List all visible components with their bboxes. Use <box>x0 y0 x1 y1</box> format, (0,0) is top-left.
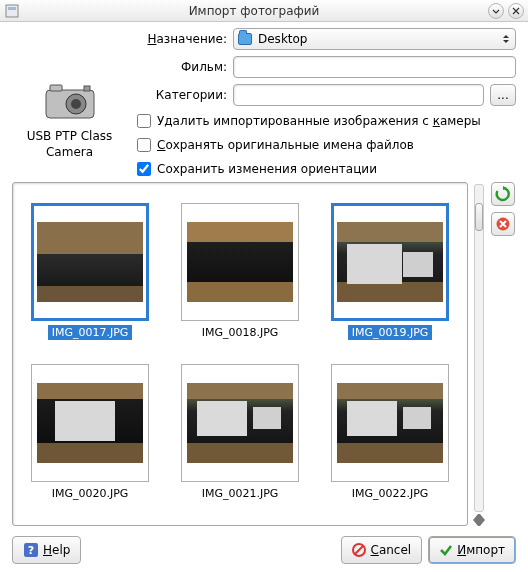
svg-text:?: ? <box>28 544 34 557</box>
folder-icon <box>238 33 252 45</box>
thumbnail-frame <box>31 364 149 482</box>
thumbnail-image <box>337 383 443 463</box>
thumbnail-frame <box>31 203 149 321</box>
delete-after-import-label: Удалить импортированные изображения с ка… <box>157 114 481 128</box>
thumbnail-filename: IMG_0019.JPG <box>348 325 433 340</box>
save-orientation-label: Сохранить изменения ориентации <box>157 162 377 176</box>
save-orientation-checkbox[interactable] <box>137 162 151 176</box>
thumbnail-filename: IMG_0018.JPG <box>198 325 283 340</box>
close-button[interactable] <box>508 3 524 19</box>
device-panel: USB PTP Class Camera <box>12 28 127 178</box>
help-icon: ? <box>23 542 39 558</box>
camera-icon <box>44 82 96 122</box>
thumbnail-item[interactable]: IMG_0021.JPG <box>167 362 313 521</box>
thumbnail-grid[interactable]: S6305505.JPGIMG_0015.JPGIMG_0016.JPGIMG_… <box>12 182 468 526</box>
help-button-label: Help <box>43 543 70 557</box>
cancel-icon <box>352 543 366 557</box>
thumbnail-item[interactable]: IMG_0019.JPG <box>317 201 463 360</box>
svg-rect-0 <box>6 5 18 17</box>
window-title: Импорт фотографий <box>24 4 484 18</box>
device-label-1: USB PTP Class <box>12 129 127 145</box>
thumbnail-filename: IMG_0021.JPG <box>198 486 283 501</box>
thumbnail-image <box>187 383 293 463</box>
delete-button[interactable] <box>491 212 515 236</box>
svg-point-5 <box>71 99 81 109</box>
refresh-icon <box>495 186 511 202</box>
chevron-updown-icon <box>503 35 509 43</box>
svg-rect-3 <box>50 85 62 91</box>
film-label: Фильм: <box>137 60 227 74</box>
destination-value: Desktop <box>258 32 308 46</box>
import-button-label: Импорт <box>457 543 505 557</box>
thumbnail-item[interactable]: IMG_0016.JPG <box>317 182 463 199</box>
delete-icon <box>495 216 511 232</box>
svg-line-11 <box>355 546 363 554</box>
cancel-button-label: Cancel <box>370 543 411 557</box>
scrollbar[interactable] <box>472 182 486 526</box>
minimize-button[interactable] <box>488 3 504 19</box>
thumbnail-filename: IMG_0017.JPG <box>48 325 133 340</box>
thumbnail-image <box>187 222 293 302</box>
film-input[interactable] <box>233 56 516 78</box>
help-button[interactable]: ? Help <box>12 536 81 564</box>
keep-original-names-label: Сохранять оригинальные имена файлов <box>157 138 414 152</box>
svg-rect-1 <box>8 7 16 10</box>
categories-input[interactable] <box>233 84 484 106</box>
svg-rect-6 <box>84 86 90 91</box>
thumbnail-frame <box>331 364 449 482</box>
destination-label: Назначение: <box>137 32 227 46</box>
thumbnail-filename: IMG_0022.JPG <box>348 486 433 501</box>
thumbnail-item[interactable]: IMG_0020.JPG <box>17 362 163 521</box>
app-icon <box>4 3 20 19</box>
thumbnail-image <box>37 222 143 302</box>
delete-after-import-checkbox[interactable] <box>137 114 151 128</box>
thumbnail-item[interactable]: IMG_0018.JPG <box>167 201 313 360</box>
thumbnail-item[interactable]: IMG_0022.JPG <box>317 362 463 521</box>
thumbnail-frame <box>331 203 449 321</box>
destination-combo[interactable]: Desktop <box>233 28 516 50</box>
scrollbar-track[interactable] <box>474 184 484 512</box>
device-label-2: Camera <box>12 145 127 161</box>
thumbnail-image <box>337 222 443 302</box>
thumbnail-frame <box>181 364 299 482</box>
keep-original-names-checkbox[interactable] <box>137 138 151 152</box>
thumbnail-item[interactable]: IMG_0017.JPG <box>17 201 163 360</box>
browse-categories-button[interactable]: ... <box>490 84 516 106</box>
titlebar: Импорт фотографий <box>0 0 528 22</box>
refresh-button[interactable] <box>491 182 515 206</box>
thumbnail-filename: IMG_0020.JPG <box>48 486 133 501</box>
scrollbar-handle[interactable] <box>475 203 483 231</box>
cancel-button[interactable]: Cancel <box>341 536 422 564</box>
thumbnail-item[interactable]: S6305505.JPG <box>17 182 163 199</box>
import-button[interactable]: Импорт <box>428 536 516 564</box>
categories-label: Категории: <box>137 88 227 102</box>
apply-icon <box>439 543 453 557</box>
thumbnail-item[interactable]: IMG_0015.JPG <box>167 182 313 199</box>
thumbnail-frame <box>181 203 299 321</box>
thumbnail-image <box>37 383 143 463</box>
